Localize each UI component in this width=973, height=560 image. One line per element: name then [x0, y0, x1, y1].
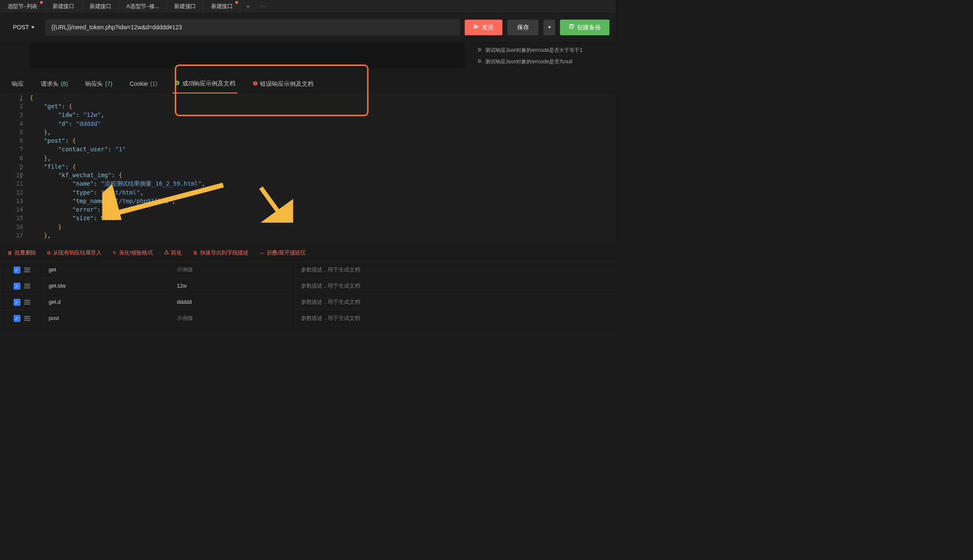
hint-item[interactable]: 测试响应Json对象的errcode是否大于等于1: [477, 47, 609, 54]
action-beautify[interactable]: ✎ 美化/校验格式: [113, 249, 153, 257]
tab-label: 新建接口: [174, 3, 196, 10]
field-name-cell[interactable]: get: [43, 262, 172, 278]
tab[interactable]: 新建接口: [82, 0, 119, 13]
method-select[interactable]: POST: [6, 24, 41, 31]
svg-point-6: [479, 51, 480, 51]
caret-down-icon: [31, 26, 34, 28]
field-desc-cell[interactable]: 参数描述，用于生成文档: [295, 278, 616, 294]
code-line: },: [30, 154, 616, 162]
dirty-dot-icon: [40, 1, 42, 4]
table-row: ✓get示例值参数描述，用于生成文档: [0, 262, 616, 278]
json-editor[interactable]: 1▾23456789▾10▾11121314151617 { "get": { …: [0, 93, 616, 244]
save-dropdown-toggle[interactable]: [543, 20, 555, 35]
line-number: 6: [0, 137, 23, 145]
tab[interactable]: 选型节–列表: [0, 0, 45, 13]
action-import-from-response[interactable]: ⧉ 从现有响应结果导入: [47, 249, 101, 257]
line-number: 13: [0, 197, 23, 205]
svg-point-12: [479, 62, 480, 62]
field-desc-cell[interactable]: 参数描述，用于生成文档: [295, 294, 616, 310]
subtab-response[interactable]: 响应: [10, 74, 26, 94]
field-desc-cell[interactable]: 参数描述，用于生成文档: [295, 310, 616, 326]
field-name-cell[interactable]: post: [43, 310, 172, 326]
tab[interactable]: 新建接口: [167, 0, 204, 13]
code-line: "contact_user": "1": [30, 145, 616, 154]
action-fold-desc[interactable]: — 折叠/展开描述区: [260, 249, 306, 257]
tab-more-button[interactable]: ⋯: [256, 3, 271, 10]
table-row: ✓post示例值参数描述，用于生成文档: [0, 310, 616, 326]
svg-rect-20: [164, 253, 166, 255]
subtab-response-headers[interactable]: 响应头 (7): [83, 74, 115, 94]
error-circle-icon: [252, 81, 258, 88]
action-export-fields[interactable]: 🗎 快速导出到字段描述: [193, 249, 248, 257]
line-number: 5: [0, 128, 23, 136]
url-input[interactable]: [46, 20, 460, 36]
table-row: ✓get.dddddd参数描述，用于生成文档: [0, 294, 616, 310]
drag-handle-icon[interactable]: [24, 316, 30, 321]
table-row: ✓get.idw12w参数描述，用于生成文档: [0, 278, 616, 294]
svg-point-5: [480, 49, 481, 50]
field-example-cell[interactable]: 12w: [171, 278, 295, 294]
code-line: },: [30, 231, 616, 240]
tab[interactable]: 新建接口: [45, 0, 82, 13]
subtab-success-doc[interactable]: 成功响应示例及文档: [173, 74, 238, 94]
field-example-cell[interactable]: 示例值: [171, 262, 295, 278]
row-checkbox[interactable]: ✓: [13, 315, 20, 322]
svg-rect-15: [255, 82, 255, 84]
drag-handle-icon[interactable]: [24, 284, 30, 288]
tab[interactable]: 新建接口: [204, 0, 240, 13]
action-label: 简化: [171, 249, 181, 257]
field-example-cell[interactable]: ddddd: [171, 294, 295, 310]
field-name-cell[interactable]: get.d: [43, 294, 172, 310]
line-number: 17: [0, 231, 23, 240]
code-line: "idw": "12w",: [30, 111, 616, 119]
tab-add-button[interactable]: +: [240, 3, 255, 10]
subtab-cookie[interactable]: Cookie (1): [127, 74, 160, 94]
hint-item[interactable]: 测试响应Json对象的errcode是否为null: [477, 58, 609, 65]
hint-text: 测试响应Json对象的errcode是否大于等于1: [485, 47, 583, 54]
hints-panel: 测试响应Json对象的errcode是否大于等于1测试响应Json对象的errc…: [471, 42, 616, 74]
row-checkbox[interactable]: ✓: [13, 266, 20, 273]
row-checkbox[interactable]: ✓: [13, 283, 20, 289]
fields-action-bar: 🗑 批量删除 ⧉ 从现有响应结果导入 ✎ 美化/校验格式 简化 🗎 快速导出到字…: [0, 244, 616, 262]
svg-point-4: [478, 48, 479, 49]
field-name-cell[interactable]: get.idw: [43, 278, 172, 294]
action-label: 批量删除: [14, 249, 36, 257]
svg-rect-19: [166, 250, 167, 252]
check-circle-icon: [175, 80, 180, 87]
drag-handle-icon[interactable]: [24, 300, 30, 305]
sliders-icon: [477, 47, 482, 54]
editor-code[interactable]: { "get": { "idw": "12w", "d": "ddddd" },…: [30, 93, 616, 244]
drag-handle-icon[interactable]: [24, 268, 30, 272]
create-backup-button[interactable]: 创建备份: [560, 20, 609, 35]
code-line: "type": "text/html",: [30, 188, 616, 197]
row-handle-cell: ✓: [0, 294, 43, 310]
row-checkbox[interactable]: ✓: [13, 299, 20, 305]
dirty-dot-icon: [235, 1, 238, 4]
method-label: POST: [13, 24, 29, 31]
tabs-bar: 选型节–列表新建接口新建接口A选型节–修...新建接口新建接口+⋯: [0, 0, 616, 13]
field-example-cell[interactable]: 示例值: [171, 310, 295, 326]
tab-label: 新建接口: [53, 3, 74, 10]
line-number: 14: [0, 206, 23, 214]
subtab-error-doc[interactable]: 错误响应示例及文档: [250, 74, 315, 94]
subtab-label: 响应头: [85, 80, 103, 88]
action-simplify[interactable]: 简化: [164, 249, 182, 257]
code-line: "size": 9368: [30, 214, 616, 223]
save-button[interactable]: 保存: [507, 20, 538, 35]
subtab-request-headers[interactable]: 请求头 (8): [39, 74, 70, 94]
action-batch-delete[interactable]: 🗑 批量删除: [8, 249, 36, 257]
line-number: 10▾: [0, 171, 23, 180]
line-number: 15: [0, 214, 23, 223]
sliders-icon: [477, 59, 482, 65]
sitemap-icon: [164, 250, 169, 256]
save-label: 保存: [517, 23, 529, 31]
tab-label: 选型节–列表: [8, 3, 37, 10]
line-number: 3: [0, 111, 23, 119]
tab[interactable]: A选型节–修...: [119, 0, 167, 13]
line-number: 2: [0, 102, 23, 111]
code-line: }: [30, 223, 616, 231]
tab-label: A选型节–修...: [127, 3, 159, 10]
action-label: 快速导出到字段描述: [200, 249, 249, 257]
field-desc-cell[interactable]: 参数描述，用于生成文档: [295, 262, 616, 278]
send-button[interactable]: 发送: [465, 20, 503, 35]
